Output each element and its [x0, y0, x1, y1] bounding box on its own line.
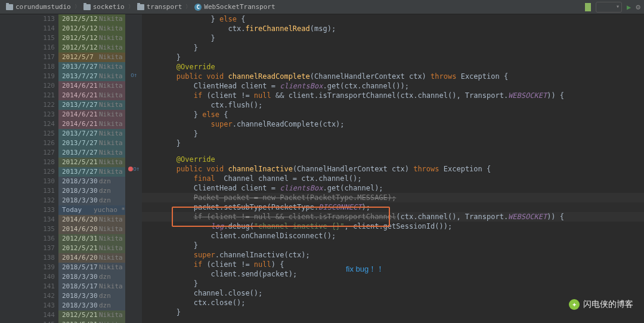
code-line[interactable]: ClientHead client = clientsBox.get(chann… [142, 183, 644, 193]
line-number[interactable]: 125 [0, 129, 58, 139]
code-line[interactable]: } [142, 33, 644, 43]
override-icon[interactable]: o↑ [131, 72, 137, 78]
line-number[interactable]: 123 [0, 110, 58, 119]
line-number[interactable]: 145 [0, 320, 58, 323]
gutter-mark[interactable] [125, 174, 142, 183]
line-number[interactable]: 118 [0, 62, 58, 72]
blame-cell[interactable]: 2013/7/27Nikita [58, 129, 125, 139]
code-line[interactable]: final Channel channel = ctx.channel(); [142, 174, 644, 183]
gutter-mark[interactable] [125, 257, 142, 267]
blame-cell[interactable]: 2014/6/20Nikita [58, 224, 125, 234]
line-number[interactable]: 133 [0, 205, 58, 215]
line-number[interactable]: 120 [0, 81, 58, 91]
run-icon[interactable]: ▶ [627, 3, 631, 11]
code-line[interactable]: } [142, 53, 644, 62]
blame-cell[interactable]: 2018/3/30dzn [58, 196, 125, 205]
line-number[interactable]: 129 [0, 167, 58, 177]
code-line[interactable]: client.send(packet); [142, 269, 644, 279]
gutter-mark[interactable] [125, 267, 142, 276]
gutter-mark[interactable] [125, 145, 142, 155]
blame-cell[interactable]: 2013/7/27Nikita [58, 167, 125, 177]
blame-cell[interactable]: 2012/5/21Nikita [58, 158, 125, 167]
line-number[interactable]: 139 [0, 263, 58, 272]
line-number[interactable]: 142 [0, 291, 58, 301]
line-number[interactable]: 144 [0, 310, 58, 320]
gutter-mark[interactable] [125, 192, 142, 202]
blame-cell[interactable]: 2012/5/21Nikita [58, 244, 125, 253]
blame-cell[interactable]: 2013/7/27Nikita [58, 100, 125, 110]
gutter-mark[interactable] [125, 61, 142, 70]
gutter-mark[interactable] [125, 108, 142, 118]
line-number[interactable]: 130 [0, 177, 58, 186]
line-number[interactable]: 132 [0, 196, 58, 205]
blame-cell[interactable]: 2013/7/27Nikita [58, 72, 125, 81]
line-number[interactable]: 131 [0, 186, 58, 196]
breadcrumb-item[interactable]: socketio [81, 2, 127, 12]
gutter-mark[interactable] [125, 276, 142, 286]
line-number[interactable]: 135 [0, 224, 58, 234]
code-line[interactable]: } else { [142, 14, 644, 24]
code-line[interactable]: public void channelInactive(ChannelHandl… [142, 164, 644, 174]
code-area[interactable]: } else { ctx.fireChannelRead(msg); } } }… [142, 14, 644, 323]
code-line[interactable]: ctx.flush(); [142, 100, 644, 110]
blame-cell[interactable]: 2012/5/21Nikita [58, 310, 125, 320]
code-line[interactable]: client.onChannelDisconnect(); [142, 231, 644, 241]
gutter-mark[interactable] [125, 304, 142, 314]
blame-cell[interactable]: 2018/5/17Nikita [58, 282, 125, 291]
code-line[interactable]: packet.setSubType(PacketType.DISCONNECT)… [142, 202, 644, 212]
blame-cell[interactable]: 2012/5/12Nikita [58, 24, 125, 33]
settings-icon[interactable]: ⚙ [636, 2, 640, 11]
blame-cell[interactable]: 2014/6/21Nikita [58, 110, 125, 119]
override-icon[interactable]: o↑ [133, 165, 139, 172]
code-line[interactable]: } [142, 241, 644, 250]
line-number[interactable]: 113 [0, 14, 58, 24]
gutter-mark[interactable] [125, 89, 142, 99]
gutter-mark[interactable] [125, 117, 142, 127]
gutter-mark[interactable] [125, 99, 142, 108]
gutter-mark[interactable] [125, 33, 142, 42]
gutter-mark[interactable] [125, 295, 142, 304]
gutter-mark[interactable] [125, 239, 142, 248]
vcs-indicator-icon[interactable] [585, 3, 591, 11]
breakpoint-icon[interactable] [128, 167, 133, 171]
line-number[interactable]: 117 [0, 53, 58, 62]
code-line[interactable]: public void channelReadComplete(ChannelH… [142, 72, 644, 81]
gutter-mark[interactable]: o↑ [125, 70, 142, 80]
blame-cell[interactable]: 2013/7/27Nikita [58, 139, 125, 148]
gutter-mark[interactable]: o↑ [125, 164, 142, 174]
line-number[interactable]: 115 [0, 33, 58, 43]
code-line[interactable]: } [142, 43, 644, 53]
blame-cell[interactable]: 2012/5/12Nikita [58, 33, 125, 43]
code-line[interactable]: super.channelInactive(ctx); [142, 250, 644, 260]
line-number[interactable]: 134 [0, 215, 58, 224]
blame-cell[interactable]: 2014/6/21Nikita [58, 119, 125, 129]
line-number[interactable]: 119 [0, 72, 58, 81]
line-number[interactable]: 140 [0, 272, 58, 282]
blame-cell[interactable]: 2012/5/12Nikita [58, 14, 125, 24]
breadcrumb-item[interactable]: corundumstudio [4, 2, 73, 12]
code-line[interactable]: log.debug("channel inactive {}", client.… [142, 222, 644, 231]
code-line[interactable]: if (client != null) { [142, 260, 644, 269]
blame-cell[interactable]: 2014/6/20Nikita [58, 253, 125, 263]
code-line[interactable] [142, 148, 644, 155]
gutter-mark[interactable] [125, 313, 142, 323]
gutter-mark[interactable] [125, 155, 142, 164]
gutter-mark[interactable] [125, 229, 142, 239]
code-line[interactable]: ctx.fireChannelRead(msg); [142, 24, 644, 33]
line-number[interactable]: 138 [0, 253, 58, 263]
code-line[interactable]: } [142, 279, 644, 288]
code-line[interactable]: if (client != null && client.isTransport… [142, 91, 644, 100]
code-line[interactable]: @Override [142, 155, 644, 164]
blame-cell[interactable]: 2012/5/12Nikita [58, 43, 125, 53]
code-line[interactable]: if (client != null && client.isTransport… [142, 212, 644, 222]
blame-cell[interactable]: 2018/3/30dzn [58, 272, 125, 282]
blame-cell[interactable]: 2013/7/27Nikita [58, 148, 125, 158]
blame-cell[interactable]: 2018/3/30dzn [58, 186, 125, 196]
code-line[interactable]: Packet packet = new Packet(PacketType.ME… [142, 193, 644, 202]
blame-cell[interactable]: 2018/3/30dzn [58, 301, 125, 310]
line-number[interactable]: 143 [0, 301, 58, 310]
blame-cell[interactable]: 2014/6/20Nikita [58, 215, 125, 224]
gutter-mark[interactable] [125, 202, 142, 211]
code-line[interactable]: } [142, 139, 644, 148]
gutter-mark[interactable] [125, 80, 142, 90]
